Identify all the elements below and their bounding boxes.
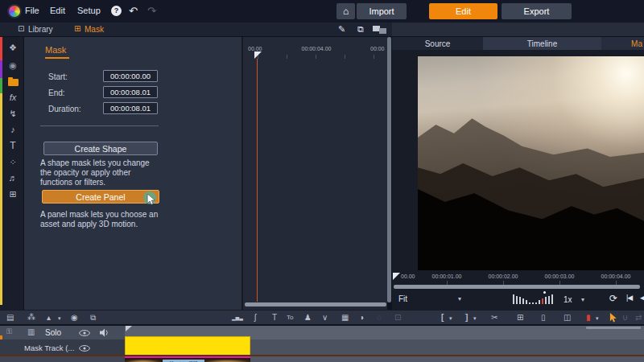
multicam-grid-icon[interactable]: ▦ — [341, 313, 349, 323]
sidebar-lightning-icon[interactable]: ↯ — [6, 108, 20, 119]
marker-icon[interactable]: ▮ — [586, 313, 591, 323]
undo-icon[interactable]: ↶ — [129, 6, 138, 16]
library-category-sidebar: ❖ ◉ fx ↯ ♪ T ⁘ ♬ ⊞ — [0, 37, 24, 310]
trash-icon[interactable]: ▯ — [541, 313, 546, 323]
sidebar-shield-icon[interactable]: ❖ — [6, 42, 20, 53]
edit-mode-button[interactable]: Edit — [429, 3, 497, 19]
mini-horizontal-scrollbar[interactable] — [245, 302, 386, 306]
title-tool-icon[interactable]: T — [272, 313, 277, 323]
help-icon[interactable]: ? — [111, 6, 122, 16]
ruler-tickmark — [316, 55, 316, 59]
sidebar-transition-icon[interactable]: ⁘ — [6, 156, 20, 167]
menu-setup[interactable]: Setup — [77, 6, 101, 15]
mask-panel: Mask Start: End: Duration: Create Shape … — [24, 37, 242, 310]
create-shape-button[interactable]: Create Shape — [43, 142, 158, 155]
pie-tool-icon[interactable]: ◑ — [359, 313, 364, 323]
mark-in-icon[interactable]: [ — [441, 313, 444, 323]
mini-playhead-line[interactable] — [257, 59, 258, 302]
shuttle-jog-control[interactable] — [513, 293, 559, 306]
tab-source[interactable]: Source — [392, 37, 483, 50]
speed-dropdown-icon[interactable]: ▾ — [581, 297, 584, 303]
keyframe-icon[interactable]: ∨ — [322, 313, 328, 323]
app-logo — [7, 4, 22, 19]
preview-horizontal-scrollbar[interactable] — [394, 285, 640, 289]
lock-icon[interactable]: ⚿ — [6, 328, 12, 335]
sidebar-media-folder-icon[interactable] — [6, 76, 20, 88]
start-timecode-field[interactable] — [103, 70, 158, 82]
ruler-tickmark — [374, 55, 374, 59]
tab-mask[interactable]: Mask — [85, 25, 104, 34]
eye-visibility-icon[interactable] — [79, 330, 90, 336]
duplicate-icon[interactable]: ⧉ — [357, 25, 364, 34]
mark-in-caret-icon[interactable]: ▾ — [449, 313, 452, 323]
create-panel-button[interactable]: Create Panel — [42, 190, 159, 204]
panel-vertical-scrollbar[interactable] — [387, 37, 391, 302]
loop-playback-icon[interactable]: ⟳ — [609, 294, 617, 303]
library-tab-icon: ⊡ — [18, 25, 24, 33]
export-button[interactable]: Export — [502, 3, 572, 19]
sidebar-fx-icon[interactable]: fx — [6, 92, 20, 103]
menu-file[interactable]: File — [25, 6, 39, 15]
track-scrollbar-thumb[interactable] — [586, 327, 641, 329]
subtitle-tool-icon[interactable]: To — [287, 313, 293, 323]
track-header-video[interactable] — [0, 356, 125, 362]
dual-view-icon[interactable] — [373, 26, 386, 35]
track-options-caret-icon[interactable]: ▾ — [58, 313, 61, 323]
storyboard-icon[interactable]: ▤ — [6, 313, 14, 323]
track-solo-label: Solo — [45, 328, 61, 337]
track-header-solo[interactable]: ⚿ ▥ Solo — [0, 326, 125, 339]
mini-ruler-tick: 00:00:04.00 — [293, 46, 340, 51]
select-cursor-icon[interactable] — [609, 313, 618, 323]
import-button[interactable]: Import — [357, 3, 407, 19]
speaker-icon[interactable] — [100, 328, 109, 337]
duration-timecode-field[interactable] — [103, 102, 158, 114]
home-button[interactable]: ⌂ — [336, 3, 355, 19]
panel-tab-bar: ⊡ Library ⊞ Mask ✎ ⧉ — [0, 23, 392, 37]
snapshot-icon[interactable]: ⊞ — [517, 313, 523, 323]
mark-out-icon[interactable]: ] — [465, 313, 468, 323]
split-clip-icon[interactable]: ✂ — [491, 313, 497, 323]
track-header-mask[interactable]: Mask Track (... — [0, 339, 125, 356]
clip-start-marker — [126, 326, 132, 331]
preview-playhead-flag[interactable] — [393, 273, 400, 280]
jog-knob[interactable] — [543, 291, 546, 294]
track-options-icon[interactable]: ▴ — [47, 313, 51, 323]
sidebar-music-icon[interactable]: ♪ — [6, 124, 20, 135]
sidebar-disc-icon[interactable]: ◉ — [6, 60, 20, 71]
mask-clip[interactable] — [125, 336, 250, 356]
magnet-snap-icon[interactable]: ∪ — [622, 313, 628, 323]
tab-timeline[interactable]: Timeline — [483, 37, 601, 50]
camera-tool-icon[interactable]: ⊡ — [394, 313, 401, 323]
marker-caret-icon[interactable]: ▾ — [596, 313, 599, 323]
capture-icon[interactable]: ◫ — [564, 313, 571, 323]
record-icon[interactable]: ◉ — [71, 313, 78, 323]
timeline-tracks: ⚿ ▥ Solo Mask Track (... Mountains4937 — [0, 324, 644, 362]
magic-edit-icon[interactable]: ⁂ — [27, 313, 35, 323]
edit-pencil-icon[interactable]: ✎ — [338, 25, 345, 34]
audio-wave-icon[interactable]: ʃ — [254, 313, 256, 323]
ellipse-tool-icon[interactable]: ◌ — [377, 313, 382, 323]
jump-start-icon[interactable]: |◀ — [626, 294, 632, 302]
eye-visibility-icon[interactable] — [79, 345, 90, 352]
video-clip[interactable]: Mountains4937 — [125, 356, 250, 362]
sidebar-template-icon[interactable]: ⊞ — [6, 188, 20, 200]
mark-out-caret-icon[interactable]: ▾ — [473, 313, 477, 323]
playback-speed-value[interactable]: 1x — [564, 295, 572, 304]
app-root: { "menubar": { "menus": [ {"label":"File… — [0, 0, 644, 362]
mini-playhead-flag[interactable] — [254, 51, 262, 59]
pan-scroll-icon[interactable]: ⇄ — [635, 313, 642, 323]
voiceover-icon[interactable]: ♟ — [304, 313, 312, 323]
previous-frame-icon[interactable]: ◀ — [640, 294, 644, 302]
end-timecode-field[interactable] — [103, 86, 158, 98]
redo-icon[interactable]: ↷ — [147, 6, 156, 16]
sidebar-audio-icon[interactable]: ♬ — [6, 172, 20, 183]
preview-toolbar-strip — [392, 23, 644, 37]
zoom-mode-select[interactable]: Fit ▾ — [394, 291, 466, 306]
preview-ruler-tick: 00.00 — [401, 274, 419, 279]
tab-mask-clipped[interactable]: Ma — [601, 37, 644, 50]
clipboard-icon[interactable]: ⧉ — [90, 313, 96, 323]
audio-levels-icon[interactable]: ▂▅▃ — [232, 313, 243, 323]
sidebar-title-icon[interactable]: T — [6, 140, 20, 151]
menu-edit[interactable]: Edit — [50, 6, 65, 15]
tab-library[interactable]: Library — [28, 25, 53, 34]
